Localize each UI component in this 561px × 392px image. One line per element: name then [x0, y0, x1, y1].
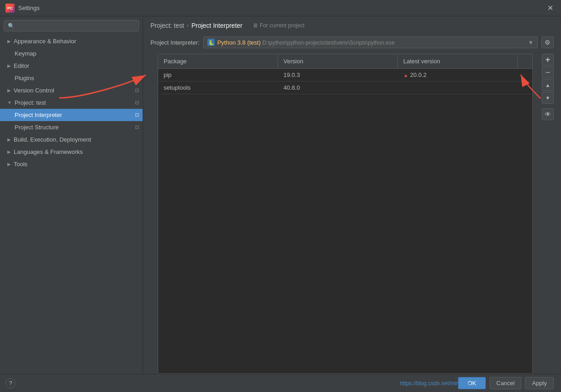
monitor-icon: 🖥 [252, 22, 258, 29]
add-package-button[interactable]: + [542, 54, 554, 66]
sidebar-item-build[interactable]: ▶ Build, Execution, Deployment [0, 133, 143, 146]
copy-icon-interpreter: ⊡ [135, 112, 139, 118]
search-icon: 🔍 [8, 23, 15, 29]
title-text: Settings [18, 5, 40, 11]
python-icon: 🐍 [207, 39, 215, 46]
cell-version-pip: 19.0.3 [278, 69, 398, 81]
expand-arrow-project: ▼ [7, 100, 12, 105]
expand-arrow-vc: ▶ [7, 88, 11, 93]
col-latest-version: Latest version [398, 54, 518, 68]
remove-package-button[interactable]: − [542, 66, 554, 78]
sidebar-item-plugins[interactable]: Plugins [0, 72, 143, 84]
cell-actions-setuptools [518, 81, 532, 94]
table-row[interactable]: setuptools 40.8.0 [158, 81, 532, 94]
sidebar-item-editor[interactable]: ▶ Editor [0, 60, 143, 72]
sidebar-item-project-structure[interactable]: Project Structure ⊡ [0, 121, 143, 133]
cell-actions-pip [518, 69, 532, 81]
breadcrumb-current: Project Interpreter [191, 22, 242, 29]
interpreter-row: Project Interpreter: 🐍 Python 3.8 (test)… [143, 33, 561, 54]
scroll-up-button[interactable]: ▲ [542, 79, 554, 91]
sidebar-item-version-control[interactable]: ▶ Version Control ⊡ [0, 84, 143, 97]
interpreter-name: Python 3.8 (test) [217, 39, 261, 46]
copy-icon-project: ⊡ [135, 100, 139, 106]
toggle-visibility-button[interactable]: 👁 [542, 108, 554, 120]
sidebar-label-keymap: Keymap [15, 50, 36, 57]
for-current-project: 🖥 For current project [252, 22, 304, 29]
sidebar-label-languages: Languages & Frameworks [14, 148, 83, 155]
table-header: Package Version Latest version [158, 54, 532, 69]
help-button[interactable]: ? [5, 378, 15, 388]
scroll-down-button[interactable]: ▼ [542, 92, 554, 104]
col-package: Package [158, 54, 278, 68]
cell-latest-pip: ▲ 20.0.2 [398, 69, 518, 81]
cancel-button[interactable]: Cancel [489, 377, 521, 389]
sidebar-label-build: Build, Execution, Deployment [14, 136, 91, 143]
titlebar: PC Settings ✕ [0, 0, 561, 16]
table-wrapper: Package Version Latest version pip 19.0.… [150, 54, 554, 374]
cell-latest-setuptools [398, 81, 518, 94]
sidebar-label-plugins: Plugins [15, 75, 34, 81]
interpreter-path: D:\python\python-projects\test\venv\Scri… [262, 40, 395, 46]
expand-arrow-appearance: ▶ [7, 39, 11, 44]
breadcrumb: Project: test › Project Interpreter 🖥 Fo… [143, 16, 561, 33]
copy-icon-vc: ⊡ [135, 87, 139, 93]
interpreter-text: Python 3.8 (test) D:\python\python-proje… [217, 39, 523, 46]
sidebar-label-tools: Tools [14, 161, 27, 168]
sidebar-item-project-interpreter[interactable]: Project Interpreter ⊡ [0, 109, 143, 121]
sidebar-label-appearance: Appearance & Behavior [14, 38, 76, 45]
sidebar-label-vc: Version Control [14, 87, 54, 94]
search-input[interactable] [17, 22, 135, 29]
sidebar-item-tools[interactable]: ▶ Tools [0, 158, 143, 170]
col-actions [518, 54, 532, 68]
sidebar-item-keymap[interactable]: Keymap [0, 47, 143, 60]
breadcrumb-project[interactable]: Project: test [150, 22, 184, 29]
app-logo: PC [5, 4, 15, 13]
interpreter-select-dropdown[interactable]: 🐍 Python 3.8 (test) D:\python\python-pro… [203, 36, 538, 48]
expand-arrow-tools: ▶ [7, 162, 11, 167]
expand-arrow-editor: ▶ [7, 63, 11, 68]
content-area: Project: test › Project Interpreter 🖥 Fo… [143, 16, 561, 374]
sidebar-item-appearance[interactable]: ▶ Appearance & Behavior [0, 35, 143, 47]
package-table: Package Version Latest version pip 19.0.… [158, 54, 533, 374]
svg-text:🐍: 🐍 [208, 40, 214, 46]
col-version: Version [278, 54, 398, 68]
bottom-link[interactable]: https://blog.csdn.net/miner_k [400, 380, 470, 387]
table-side-buttons: + − ▲ ▼ 👁 [542, 54, 554, 374]
table-body: pip 19.0.3 ▲ 20.0.2 setuptools 40.8.0 [158, 69, 532, 373]
dropdown-arrow-icon: ▼ [528, 39, 534, 46]
sidebar: 🔍 ▶ Appearance & Behavior Keymap ▶ Edito… [0, 16, 143, 374]
sidebar-label-project: Project: test [15, 99, 46, 106]
bottom-bar: ? https://blog.csdn.net/miner_k OK Cance… [0, 374, 561, 392]
search-box[interactable]: 🔍 [4, 20, 139, 31]
interpreter-label: Project Interpreter: [150, 39, 200, 46]
sidebar-label-editor: Editor [14, 62, 29, 69]
interpreter-settings-button[interactable]: ⚙ [541, 36, 554, 48]
upgrade-arrow-icon: ▲ [403, 72, 408, 78]
expand-arrow-languages: ▶ [7, 149, 11, 154]
apply-button[interactable]: Apply [525, 377, 554, 389]
copy-icon-structure: ⊡ [135, 124, 139, 130]
cell-package-setuptools: setuptools [158, 81, 278, 94]
cell-version-setuptools: 40.8.0 [278, 81, 398, 94]
breadcrumb-arrow: › [187, 22, 189, 29]
expand-arrow-build: ▶ [7, 137, 11, 142]
close-button[interactable]: ✕ [545, 3, 556, 14]
table-row[interactable]: pip 19.0.3 ▲ 20.0.2 [158, 69, 532, 81]
sidebar-label-project-interpreter: Project Interpreter [15, 112, 62, 118]
sidebar-item-languages[interactable]: ▶ Languages & Frameworks [0, 146, 143, 158]
cell-package-pip: pip [158, 69, 278, 81]
sidebar-label-project-structure: Project Structure [15, 124, 59, 131]
main-layout: 🔍 ▶ Appearance & Behavior Keymap ▶ Edito… [0, 16, 561, 374]
sidebar-item-project-test[interactable]: ▼ Project: test ⊡ [0, 97, 143, 109]
